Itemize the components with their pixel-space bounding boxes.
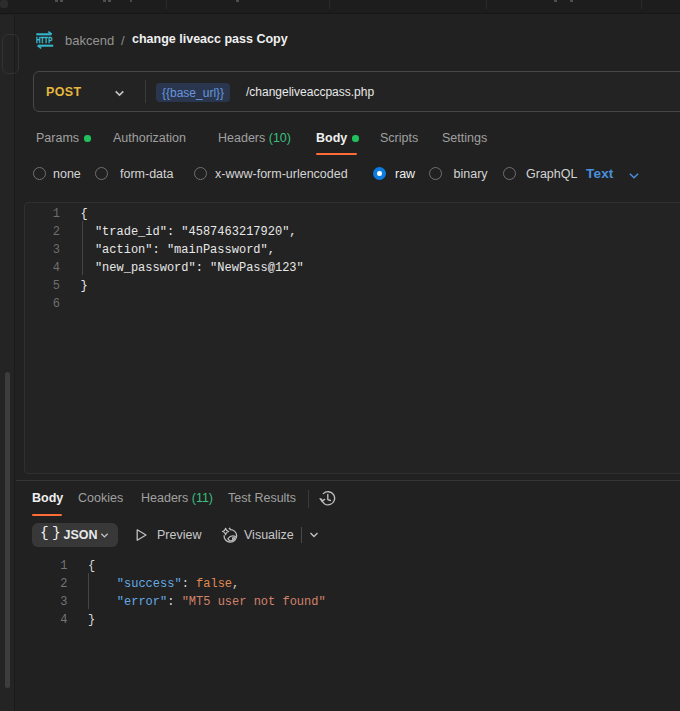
svg-text:HTTP: HTTP <box>36 35 53 45</box>
